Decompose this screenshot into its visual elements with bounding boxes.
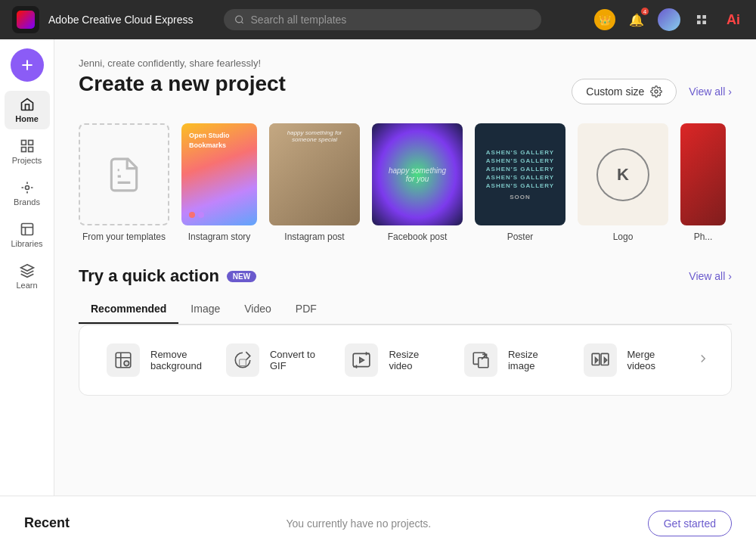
project-types-row: From your templates Open StudioBookmarks…	[79, 123, 732, 242]
learn-icon	[20, 263, 35, 278]
app-logo[interactable]	[12, 6, 39, 33]
page-header: Jenni, create confidently, share fearles…	[79, 57, 732, 111]
recent-empty-label: You currently have no projects.	[287, 517, 432, 530]
app-title: Adobe Creative Cloud Express	[48, 14, 193, 26]
sidebar-label-brands: Brands	[14, 197, 40, 207]
svg-point-9	[25, 186, 29, 190]
quick-actions-header: Try a quick action NEW View all ›	[79, 266, 732, 286]
qa-next-arrow[interactable]	[690, 346, 716, 375]
tab-recommended[interactable]: Recommended	[79, 295, 178, 324]
notifications-icon[interactable]: 🔔 4	[626, 9, 647, 30]
sidebar-item-learn[interactable]: Learn	[5, 257, 50, 296]
top-navigation: Adobe Creative Cloud Express 👑 🔔 4 Ai	[0, 0, 756, 39]
svg-rect-14	[240, 359, 246, 366]
sidebar-label-libraries: Libraries	[11, 239, 42, 248]
card-label-instagram-story: Instagram story	[188, 231, 251, 242]
quick-actions-card: Remove background Convert to GIF Resize …	[79, 325, 732, 396]
brands-icon	[20, 180, 35, 195]
nav-right: 👑 🔔 4 Ai	[594, 8, 744, 31]
sidebar-label-projects: Projects	[12, 156, 42, 165]
svg-rect-8	[28, 148, 33, 152]
sidebar-label-home: Home	[15, 114, 39, 123]
remove-background-icon	[107, 343, 140, 377]
svg-rect-6	[28, 141, 33, 145]
svg-rect-3	[697, 20, 701, 24]
project-card-instagram-story[interactable]: Open StudioBookmarks Instagram story	[181, 123, 257, 242]
template-placeholder-icon	[105, 156, 143, 194]
svg-rect-4	[702, 20, 706, 24]
qa-resize-video[interactable]: Resize video	[333, 337, 452, 383]
card-thumbnail-instagram-post: happy something forsomeone special	[269, 123, 360, 225]
quick-action-tabs: Recommended Image Video PDF	[79, 295, 732, 325]
card-label-poster: Poster	[507, 231, 534, 242]
card-label-from-templates: From your templates	[82, 231, 166, 242]
page-title: Create a new project	[79, 72, 286, 96]
project-card-facebook-post[interactable]: happy somethingfor you Facebook post	[372, 123, 463, 242]
get-started-button[interactable]: Get started	[648, 511, 732, 536]
sidebar-item-projects[interactable]: Projects	[5, 132, 50, 171]
qa-label-remove-background: Remove background	[150, 349, 202, 371]
resize-image-icon	[464, 343, 497, 377]
tab-video[interactable]: Video	[232, 295, 284, 324]
avatar[interactable]	[658, 8, 680, 31]
projects-icon	[20, 138, 35, 154]
tab-image[interactable]: Image	[178, 295, 232, 324]
merge-videos-icon	[584, 343, 617, 377]
card-thumbnail-facebook-post: happy somethingfor you	[372, 123, 463, 225]
custom-size-button[interactable]: Custom size	[572, 79, 677, 104]
card-thumbnail-poster: ASHEN'S GALLERY ASHEN'S GALLERY ASHEN'S …	[475, 123, 565, 225]
svg-rect-2	[702, 15, 706, 19]
project-card-from-templates[interactable]: From your templates	[79, 123, 169, 242]
sidebar-label-learn: Learn	[16, 281, 37, 290]
quick-action-title: Try a quick action NEW	[79, 266, 256, 286]
card-label-facebook-post: Facebook post	[388, 231, 448, 242]
home-icon	[20, 97, 35, 112]
svg-point-13	[124, 361, 129, 366]
apps-grid-icon[interactable]	[691, 9, 712, 30]
adobe-icon[interactable]: Ai	[723, 9, 744, 30]
card-label-logo: Logo	[613, 231, 634, 242]
new-badge: NEW	[227, 271, 256, 282]
card-thumbnail-logo: K	[578, 123, 668, 225]
project-card-instagram-post[interactable]: happy something forsomeone special Insta…	[269, 123, 360, 242]
notification-badge: 4	[641, 8, 649, 15]
card-label-instagram-post: Instagram post	[284, 231, 344, 242]
svg-rect-1	[697, 15, 701, 19]
qa-convert-to-gif[interactable]: Convert to GIF	[214, 337, 333, 383]
main-content: Jenni, create confidently, share fearles…	[54, 39, 756, 496]
card-thumbnail-from-templates	[79, 123, 169, 225]
crown-icon[interactable]: 👑	[594, 9, 615, 30]
card-label-partial: Ph...	[694, 231, 713, 242]
svg-rect-10	[21, 224, 33, 235]
view-all-link[interactable]: View all ›	[689, 85, 732, 98]
search-input[interactable]	[251, 14, 531, 26]
qa-label-resize-image: Resize image	[508, 349, 559, 371]
sidebar-item-home[interactable]: Home	[5, 91, 50, 129]
main-layout: Home Projects Brands Libraries Learn Jen…	[0, 39, 756, 496]
recent-section: Recent You currently have no projects. G…	[0, 496, 756, 550]
search-icon	[234, 14, 244, 25]
svg-rect-5	[21, 141, 26, 145]
project-card-partial[interactable]: Ph...	[680, 123, 726, 242]
search-bar[interactable]	[224, 9, 541, 30]
svg-rect-17	[479, 358, 488, 368]
convert-gif-icon	[226, 343, 259, 377]
section-header: Create a new project Custom size View al…	[79, 72, 732, 111]
qa-resize-image[interactable]: Resize image	[452, 337, 572, 383]
libraries-icon	[20, 222, 35, 237]
project-card-poster[interactable]: ASHEN'S GALLERY ASHEN'S GALLERY ASHEN'S …	[475, 123, 565, 242]
project-card-logo[interactable]: K Logo	[578, 123, 668, 242]
tab-pdf[interactable]: PDF	[284, 295, 329, 324]
add-project-button[interactable]	[11, 48, 44, 82]
quick-actions-view-all[interactable]: View all ›	[689, 270, 732, 282]
qa-label-resize-video: Resize video	[389, 349, 440, 371]
svg-rect-7	[21, 148, 26, 152]
recent-title: Recent	[24, 515, 70, 531]
qa-merge-videos[interactable]: Merge videos	[572, 337, 691, 383]
sidebar-item-libraries[interactable]: Libraries	[5, 216, 50, 254]
sidebar-item-brands[interactable]: Brands	[5, 174, 50, 213]
resize-video-icon	[345, 343, 378, 377]
qa-remove-background[interactable]: Remove background	[94, 337, 214, 383]
card-thumbnail-instagram-story: Open StudioBookmarks	[181, 123, 257, 225]
qa-chevron-right-icon	[696, 352, 710, 365]
